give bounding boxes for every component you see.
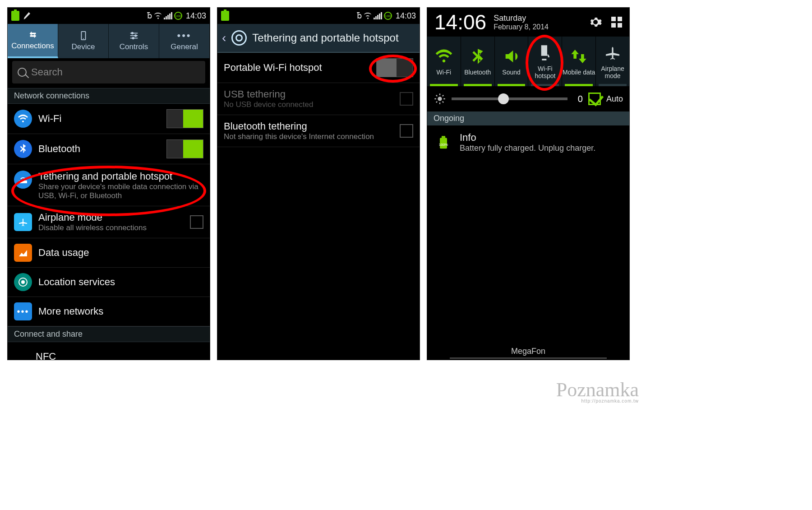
notification-subtitle: Battery fully charged. Unplug charger. — [460, 144, 595, 153]
more-icon: ••• — [14, 302, 32, 320]
item-airplane-mode[interactable]: Airplane mode Disable all wireless conne… — [8, 206, 210, 238]
quick-label: Sound — [502, 69, 520, 76]
bluetooth-status-icon: ƀ — [147, 11, 152, 21]
search-placeholder: Search — [31, 66, 63, 78]
svg-point-1 — [83, 38, 84, 39]
airplane-checkbox[interactable] — [190, 215, 203, 229]
handle-bar[interactable] — [450, 357, 607, 359]
status-bar: ƀ 100 14:03 — [8, 8, 210, 24]
bt-tethering-checkbox[interactable] — [400, 124, 413, 138]
wifi-status-icon — [364, 13, 372, 19]
tab-general[interactable]: ••• General — [159, 24, 210, 58]
usb-tethering-checkbox — [400, 92, 413, 106]
battery-icon — [221, 11, 229, 21]
quick-wifi-hotspot[interactable]: Wi-Fi hotspot — [528, 37, 562, 86]
wifi-toggle[interactable] — [166, 109, 203, 128]
item-usb-tethering: USB tethering No USB device connected — [217, 83, 420, 115]
section-connect-share: Connect and share — [8, 326, 210, 342]
quick-airplane-mode[interactable]: Airplane mode — [596, 37, 629, 86]
item-title: Wi-Fi — [38, 113, 160, 125]
panel-date: February 8, 2014 — [494, 23, 549, 31]
status-time: 14:03 — [186, 11, 206, 21]
tab-connections[interactable]: Connections — [8, 24, 58, 58]
wifi-icon — [434, 47, 453, 66]
item-title: Tethering and portable hotspot — [38, 171, 203, 182]
item-subtitle: Not sharing this device's Internet conne… — [224, 132, 393, 141]
quick-wifi[interactable]: Wi-Fi — [427, 37, 461, 86]
settings-tab-bar: Connections Device Controls ••• General — [8, 24, 210, 58]
signal-icon — [164, 12, 172, 19]
item-title: Data usage — [38, 247, 203, 259]
phone-notification-panel: 14:06 Saturday February 8, 2014 Wi-Fi Bl… — [427, 7, 630, 360]
panel-day: Saturday — [494, 14, 549, 23]
item-subtitle: No USB device connected — [224, 100, 393, 109]
battery-pct-icon: 100 — [174, 12, 182, 20]
bluetooth-icon — [468, 47, 487, 66]
tab-device[interactable]: Device — [58, 24, 109, 58]
item-more-networks[interactable]: ••• More networks — [8, 297, 210, 326]
item-tethering[interactable]: Tethering and portable hotspot Share you… — [8, 164, 210, 206]
svg-line-17 — [443, 95, 443, 96]
item-title: Location services — [38, 276, 203, 288]
svg-line-18 — [436, 102, 437, 102]
item-title: NFC — [36, 351, 203, 361]
screen-header: ‹ Tethering and portable hotspot — [217, 24, 420, 53]
item-title: USB tethering — [224, 88, 393, 100]
phone-icon — [77, 31, 90, 41]
quick-sound[interactable]: Sound — [495, 37, 529, 86]
svg-point-10 — [438, 97, 442, 101]
search-input[interactable]: Search — [12, 61, 205, 83]
item-title: Bluetooth tethering — [224, 121, 393, 132]
section-network-connections: Network connections — [8, 88, 210, 104]
chart-icon — [14, 244, 32, 262]
quick-mobile-data[interactable]: Mobile data — [562, 37, 596, 86]
wifi-icon — [14, 110, 32, 128]
item-wifi[interactable]: Wi-Fi — [8, 104, 210, 134]
brightness-value: 0 — [573, 94, 583, 104]
bluetooth-toggle[interactable] — [166, 139, 203, 158]
grid-button[interactable] — [611, 15, 622, 29]
tab-label: General — [171, 42, 198, 51]
wifi-status-icon — [154, 13, 162, 19]
battery-icon — [11, 11, 19, 21]
ongoing-header: Ongoing — [427, 111, 629, 125]
carrier-label: MegaFon — [427, 347, 629, 356]
back-button[interactable]: ‹ — [222, 31, 226, 45]
svg-point-7 — [132, 37, 134, 39]
item-title: Bluetooth — [38, 143, 160, 155]
item-bluetooth[interactable]: Bluetooth — [8, 134, 210, 164]
item-bluetooth-tethering[interactable]: Bluetooth tethering Not sharing this dev… — [217, 115, 420, 147]
notification-battery[interactable]: 100% Info Battery fully charged. Unplug … — [427, 125, 629, 159]
quick-label: Wi-Fi hotspot — [528, 65, 562, 79]
swap-icon — [27, 30, 39, 40]
hotspot-toggle[interactable] — [376, 58, 413, 77]
sliders-icon — [128, 31, 140, 41]
brightness-icon — [434, 93, 446, 105]
quick-settings-row: Wi-Fi Bluetooth Sound Wi-Fi hotspot Mobi… — [427, 37, 629, 86]
tab-label: Device — [72, 42, 95, 51]
item-title: More networks — [38, 306, 203, 317]
item-data-usage[interactable]: Data usage — [8, 238, 210, 268]
panel-time: 14:06 — [427, 10, 494, 34]
auto-label: Auto — [606, 94, 623, 104]
battery-pct-icon: 100 — [384, 12, 392, 20]
item-nfc[interactable]: NFC — [8, 342, 210, 360]
tab-controls[interactable]: Controls — [109, 24, 159, 58]
airplane-icon — [14, 213, 32, 231]
item-location-services[interactable]: Location services — [8, 268, 210, 297]
edit-icon — [23, 12, 30, 19]
tab-label: Controls — [120, 42, 148, 51]
svg-point-6 — [134, 35, 136, 37]
settings-button[interactable] — [589, 15, 602, 29]
search-icon — [18, 68, 27, 77]
auto-brightness-checkbox[interactable] — [588, 93, 601, 105]
bluetooth-status-icon: ƀ — [357, 11, 362, 21]
item-portable-wifi-hotspot[interactable]: Portable Wi-Fi hotspot — [217, 53, 420, 83]
brightness-slider[interactable] — [452, 97, 567, 100]
quick-bluetooth[interactable]: Bluetooth — [461, 37, 495, 86]
svg-rect-20 — [442, 136, 445, 138]
quick-label: Airplane mode — [596, 65, 629, 79]
svg-line-16 — [443, 102, 443, 102]
phone-settings-connections: ƀ 100 14:03 Connections Device Controls — [7, 7, 210, 360]
airplane-icon — [603, 43, 622, 62]
